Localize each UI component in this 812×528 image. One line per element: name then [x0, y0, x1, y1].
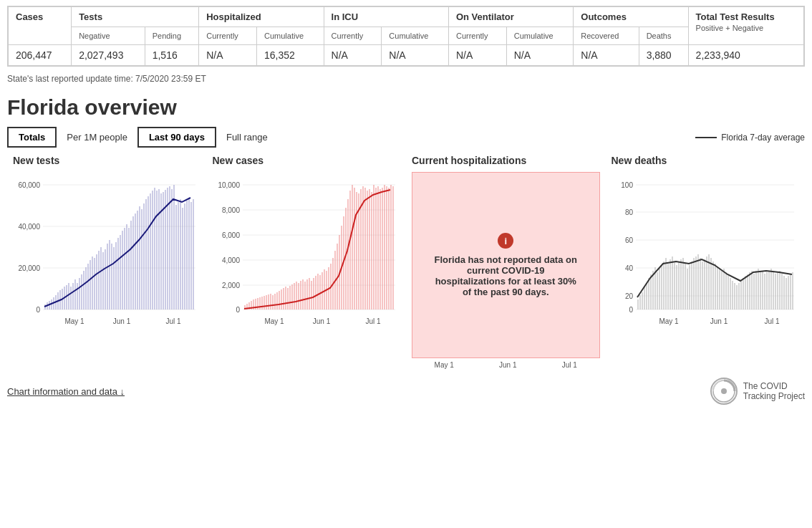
svg-rect-219 — [725, 272, 727, 309]
new-cases-title: New cases — [213, 155, 401, 166]
svg-rect-44 — [122, 231, 123, 309]
svg-rect-77 — [193, 199, 194, 309]
svg-rect-35 — [102, 252, 104, 309]
svg-rect-204 — [693, 258, 695, 309]
hosp-x-jun: Jun 1 — [499, 361, 516, 369]
btn-full-range[interactable]: Full range — [216, 128, 278, 146]
svg-rect-115 — [291, 284, 293, 309]
svg-rect-74 — [186, 201, 188, 309]
svg-text:May 1: May 1 — [64, 317, 84, 325]
svg-rect-225 — [738, 283, 740, 309]
svg-rect-233 — [755, 271, 757, 309]
svg-rect-111 — [283, 288, 284, 309]
new-deaths-svg: 100 80 60 40 20 0 — [612, 172, 798, 365]
svg-rect-235 — [760, 272, 761, 309]
svg-rect-54 — [143, 203, 145, 309]
btn-totals[interactable]: Totals — [7, 127, 57, 148]
covid-logo-circle — [710, 378, 738, 405]
svg-rect-145 — [356, 192, 357, 309]
svg-text:Jun 1: Jun 1 — [113, 317, 131, 325]
svg-rect-109 — [279, 291, 280, 309]
svg-rect-58 — [152, 191, 153, 309]
svg-rect-216 — [719, 269, 720, 309]
col-hosp-currently: Currently — [199, 27, 257, 45]
svg-rect-237 — [764, 274, 765, 309]
svg-rect-121 — [304, 282, 306, 309]
stats-table-wrapper: Cases Tests Hospitalized In ICU On Venti… — [7, 6, 805, 67]
col-icu-cumulative: Cumulative — [382, 27, 449, 45]
svg-rect-215 — [717, 267, 718, 309]
svg-rect-75 — [188, 198, 190, 309]
cell-recovered: N/A — [574, 45, 639, 66]
svg-rect-240 — [770, 269, 772, 309]
svg-rect-29 — [90, 260, 91, 309]
cell-hosp-cum: 16,352 — [257, 45, 324, 66]
svg-text:80: 80 — [624, 208, 633, 216]
svg-text:0: 0 — [629, 306, 633, 314]
svg-text:20,000: 20,000 — [18, 264, 40, 272]
svg-rect-40 — [113, 247, 115, 309]
svg-rect-50 — [135, 213, 136, 309]
svg-rect-46 — [126, 224, 127, 309]
chart-info-link[interactable]: Chart information and data ↓ — [7, 386, 125, 397]
svg-rect-117 — [296, 282, 297, 309]
svg-rect-100 — [259, 297, 261, 309]
info-icon: i — [498, 233, 513, 249]
svg-rect-38 — [109, 240, 110, 309]
svg-rect-160 — [388, 188, 390, 309]
svg-rect-127 — [317, 274, 319, 309]
svg-rect-76 — [190, 202, 192, 309]
svg-rect-120 — [302, 279, 304, 309]
btn-per-1m[interactable]: Per 1M people — [57, 128, 137, 146]
svg-rect-192 — [667, 264, 669, 309]
svg-rect-227 — [743, 278, 744, 309]
svg-rect-72 — [182, 208, 183, 309]
hosp-warning-box: i Florida has not reported data on curre… — [412, 172, 600, 358]
update-text: State's last reported update time: 7/5/2… — [7, 74, 805, 84]
filter-buttons: Totals Per 1M people Last 90 days Full r… — [7, 127, 278, 148]
col-vent-cumulative: Cumulative — [506, 27, 574, 45]
svg-rect-214 — [715, 264, 716, 309]
svg-rect-118 — [298, 283, 299, 309]
svg-rect-48 — [130, 221, 132, 309]
svg-rect-236 — [762, 271, 763, 309]
svg-rect-45 — [124, 228, 125, 309]
svg-rect-19 — [68, 283, 69, 309]
btn-last-90[interactable]: Last 90 days — [137, 127, 216, 148]
svg-rect-129 — [322, 272, 323, 309]
svg-rect-52 — [139, 206, 140, 309]
svg-rect-150 — [367, 191, 368, 309]
svg-rect-249 — [790, 274, 791, 309]
svg-rect-194 — [672, 256, 673, 309]
covid-logo-text: The COVID Tracking Project — [743, 381, 805, 401]
col-tests-pending: Pending — [145, 27, 199, 45]
svg-rect-196 — [676, 265, 677, 309]
svg-rect-144 — [354, 188, 355, 309]
col-icu-currently: Currently — [324, 27, 382, 45]
svg-rect-113 — [287, 288, 289, 309]
svg-rect-152 — [371, 192, 372, 309]
svg-rect-159 — [386, 186, 387, 309]
svg-rect-212 — [710, 258, 712, 309]
col-ventilator: On Ventilator — [448, 7, 573, 27]
svg-rect-24 — [79, 278, 80, 309]
svg-rect-242 — [775, 274, 776, 309]
svg-rect-154 — [375, 188, 377, 309]
svg-rect-70 — [178, 202, 179, 309]
svg-rect-229 — [747, 274, 748, 309]
svg-rect-199 — [682, 258, 684, 309]
new-deaths-title: New deaths — [612, 155, 800, 166]
svg-rect-180 — [642, 292, 643, 309]
col-hosp-cumulative: Cumulative — [257, 27, 324, 45]
svg-rect-125 — [313, 278, 314, 309]
svg-rect-198 — [680, 259, 682, 309]
cell-hosp-curr: N/A — [199, 45, 257, 66]
svg-rect-250 — [792, 272, 793, 309]
svg-text:40,000: 40,000 — [18, 223, 40, 231]
svg-rect-217 — [721, 271, 722, 309]
svg-rect-155 — [377, 186, 379, 309]
svg-rect-182 — [646, 283, 647, 309]
svg-text:0: 0 — [236, 306, 240, 314]
svg-rect-197 — [678, 262, 680, 309]
svg-rect-184 — [650, 274, 652, 309]
